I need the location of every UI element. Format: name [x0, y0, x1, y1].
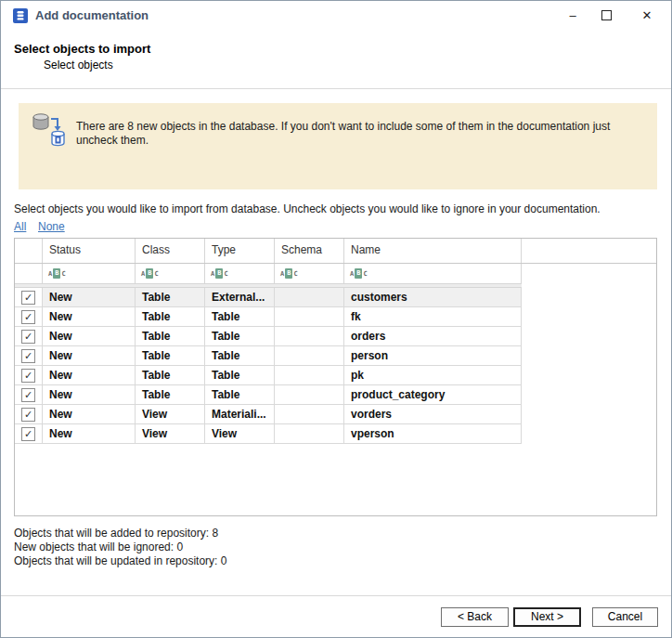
row-checkbox[interactable]: ✓	[15, 288, 43, 306]
row-checkbox[interactable]: ✓	[15, 366, 43, 384]
cell-status: New	[43, 424, 136, 443]
cell-status: New	[43, 385, 136, 404]
banner-message: There are 8 new objects in the database.…	[76, 120, 633, 148]
cell-class: Table	[136, 366, 205, 384]
column-header-status[interactable]: Status	[43, 239, 136, 263]
cell-schema	[275, 307, 344, 326]
maximize-button[interactable]	[589, 1, 623, 31]
cell-name: customers	[344, 288, 522, 306]
filter-cell-name[interactable]: ABC	[344, 264, 522, 283]
table-row[interactable]: ✓ New Table Table pk	[15, 366, 522, 385]
filter-cell-type[interactable]: ABC	[205, 264, 275, 283]
next-button[interactable]: Next >	[513, 607, 581, 627]
window-title: Add documentation	[35, 1, 149, 31]
column-header-name[interactable]: Name	[344, 239, 522, 263]
cell-schema	[275, 346, 344, 365]
cell-schema	[275, 327, 344, 345]
close-button[interactable]: ✕	[630, 1, 664, 31]
row-checkbox[interactable]: ✓	[15, 307, 43, 326]
column-header-class[interactable]: Class	[136, 239, 205, 263]
cell-status: New	[43, 307, 136, 326]
cell-type: Materiali...	[205, 405, 275, 423]
checkbox-icon: ✓	[21, 349, 35, 363]
minimize-button[interactable]: –	[556, 1, 589, 31]
cell-status: New	[43, 366, 136, 384]
close-icon: ✕	[642, 8, 653, 22]
grid-filter-row[interactable]: ABCABCABCABCABC	[15, 264, 522, 284]
maximize-icon	[601, 10, 612, 20]
checkbox-icon: ✓	[21, 388, 35, 402]
table-row[interactable]: ✓ New Table External... customers	[15, 288, 522, 307]
step-title: Select objects to import	[14, 42, 150, 56]
cell-class: Table	[136, 288, 205, 306]
header-divider	[1, 88, 672, 89]
abc-filter-icon: ABC	[350, 268, 368, 279]
filter-cell-schema[interactable]: ABC	[275, 264, 344, 283]
row-checkbox[interactable]: ✓	[15, 405, 43, 423]
cell-name: orders	[344, 327, 522, 345]
row-checkbox[interactable]: ✓	[15, 327, 43, 345]
select-all-link[interactable]: All	[14, 220, 26, 233]
column-header-filler	[522, 239, 656, 263]
cell-name: vperson	[344, 424, 522, 443]
checkbox-icon: ✓	[21, 310, 35, 324]
back-button[interactable]: < Back	[441, 607, 509, 627]
cell-status: New	[43, 346, 136, 365]
checkbox-icon: ✓	[21, 291, 35, 305]
cell-class: Table	[136, 385, 205, 404]
cancel-button[interactable]: Cancel	[592, 607, 658, 627]
table-row[interactable]: ✓ New View View vperson	[15, 424, 522, 444]
footer-divider	[1, 595, 672, 596]
table-row[interactable]: ✓ New Table Table orders	[15, 327, 522, 346]
filter-cell-status[interactable]: ABC	[43, 264, 136, 283]
table-row[interactable]: ✓ New Table Table fk	[15, 307, 522, 327]
cell-type: Table	[205, 366, 275, 384]
step-subtitle: Select objects	[44, 59, 113, 72]
row-checkbox[interactable]: ✓	[15, 424, 43, 443]
summary-updated: Objects that will be updated in reposito…	[14, 554, 226, 568]
cell-name: vorders	[344, 405, 522, 423]
minimize-icon: –	[569, 8, 575, 22]
cell-schema	[275, 385, 344, 404]
title-bar: Add documentation – ✕	[1, 1, 671, 31]
table-row[interactable]: ✓ New Table Table product_category	[15, 385, 522, 405]
cell-schema	[275, 366, 344, 384]
cell-type: View	[205, 424, 275, 443]
checkbox-icon: ✓	[21, 369, 35, 383]
cell-type: Table	[205, 327, 275, 345]
summary-ignored: New objects that will be ignored: 0	[14, 540, 226, 554]
cell-schema	[275, 424, 344, 443]
column-header-type[interactable]: Type	[205, 239, 275, 263]
table-row[interactable]: ✓ New Table Table person	[15, 346, 522, 366]
cell-name: product_category	[344, 385, 522, 404]
row-checkbox[interactable]: ✓	[15, 346, 43, 365]
cell-type: External...	[205, 288, 275, 306]
cell-type: Table	[205, 346, 275, 365]
cell-name: pk	[344, 366, 522, 384]
cell-class: View	[136, 405, 205, 423]
cell-status: New	[43, 288, 136, 306]
filter-checkbox-column	[15, 264, 43, 283]
summary-block: Objects that will be added to repository…	[14, 527, 226, 568]
table-row[interactable]: ✓ New View Materiali... vorders	[15, 405, 522, 424]
grid-header-row: StatusClassTypeSchemaName	[15, 239, 656, 264]
header-checkbox-column	[15, 239, 43, 263]
cell-schema	[275, 288, 344, 306]
abc-filter-icon: ABC	[211, 268, 228, 279]
checkbox-icon: ✓	[21, 330, 35, 344]
select-none-link[interactable]: None	[38, 220, 65, 233]
cell-type: Table	[205, 307, 275, 326]
row-checkbox[interactable]: ✓	[15, 385, 43, 404]
abc-filter-icon: ABC	[141, 268, 159, 279]
cell-class: Table	[136, 346, 205, 365]
checkbox-icon: ✓	[21, 427, 35, 441]
cell-name: fk	[344, 307, 522, 326]
abc-filter-icon: ABC	[48, 268, 66, 279]
objects-grid: StatusClassTypeSchemaName ABCABCABCABCAB…	[14, 238, 657, 516]
abc-filter-icon: ABC	[280, 268, 298, 279]
column-header-schema[interactable]: Schema	[275, 239, 344, 263]
app-database-icon	[13, 8, 28, 23]
filter-cell-class[interactable]: ABC	[136, 264, 205, 283]
cell-status: New	[43, 327, 136, 345]
cell-status: New	[43, 405, 136, 423]
